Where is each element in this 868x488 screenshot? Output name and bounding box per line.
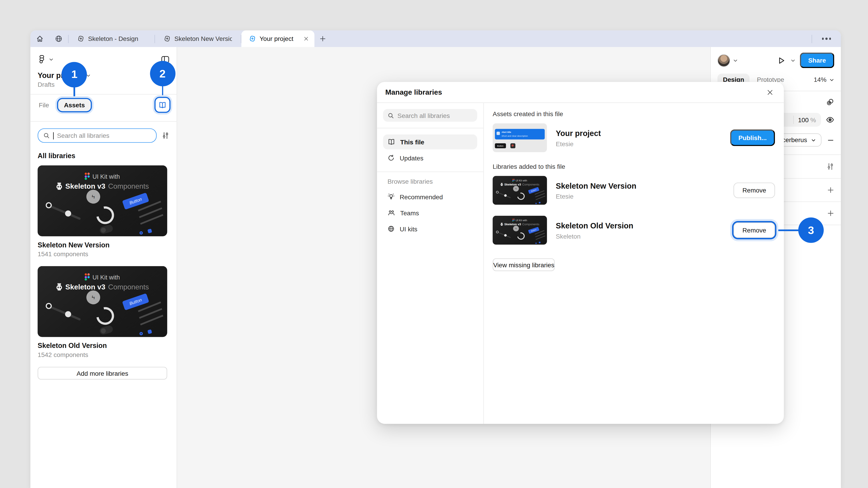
lightbulb-icon [388, 193, 395, 200]
divider [31, 121, 177, 122]
plus-icon[interactable] [827, 210, 834, 217]
skull-icon [56, 183, 62, 190]
nav-label: This file [400, 138, 424, 145]
home-icon [36, 35, 43, 42]
callout-1-badge: 1 [62, 62, 87, 87]
figma-window: Skeleton - Design Skeleton New Version Y… [31, 31, 841, 488]
plus-icon [319, 35, 326, 42]
screen: Skeleton - Design Skeleton New Version Y… [0, 0, 868, 488]
thumb-toggle [99, 224, 114, 234]
library-row-skeleton-new: UI Kit with Skeleton v3Components ϟ Butt… [493, 176, 775, 205]
publish-button[interactable]: Publish... [730, 129, 775, 146]
close-tab-icon[interactable] [303, 36, 309, 41]
share-button[interactable]: Share [800, 53, 834, 68]
search-icon [388, 112, 394, 119]
remove-label: Remove [743, 227, 766, 233]
nav-label: Updates [400, 155, 423, 161]
library-name: Skeleton Old Version [556, 221, 633, 230]
home-button[interactable] [31, 31, 49, 47]
callout-2-badge: 2 [150, 61, 175, 86]
project-location: Drafts [38, 81, 169, 88]
callout-3-badge: 3 [798, 217, 824, 243]
search-icon [43, 132, 50, 139]
figma-file-icon [78, 35, 84, 42]
theme-value: cerberus [782, 137, 807, 143]
browse-libraries-label: Browse libraries [383, 178, 477, 185]
sidebar-tabs-row: File Assets 1 2 [38, 95, 169, 115]
sidebar-header [38, 53, 169, 66]
tab-assets[interactable]: Assets 1 [58, 99, 91, 111]
assets-created-heading: Assets created in this file [493, 111, 775, 117]
nav-ui-kits[interactable]: UI kits [383, 221, 477, 236]
library-card-skeleton-new[interactable]: UI Kit with Skeleton v3Components ϟ Butt… [38, 165, 169, 257]
nav-recommended[interactable]: Recommended [383, 189, 477, 204]
modal-search-input[interactable]: Search all libraries [383, 109, 477, 122]
library-thumbnail: UI Kit with Skeleton v3Components ϟ Butt… [493, 176, 547, 205]
zoom-level-control[interactable]: 14% [814, 76, 834, 83]
modal-title: Manage libraries [385, 88, 442, 96]
add-more-libraries-button[interactable]: Add more libraries [38, 367, 167, 380]
globe-icon [55, 35, 62, 42]
library-component-count: 1542 components [38, 351, 169, 358]
zoom-level: 14% [814, 76, 827, 83]
remove-button-skeleton-old[interactable]: Remove 3 [734, 222, 775, 238]
libraries-button[interactable]: 2 [156, 98, 169, 111]
view-missing-libraries-button[interactable]: View missing libraries [493, 258, 555, 271]
tab-your-project[interactable]: Your project [241, 31, 314, 47]
present-play-icon[interactable] [777, 56, 785, 65]
people-icon [388, 209, 395, 217]
project-team: Etesie [556, 140, 601, 147]
theme-styles-icon[interactable] [826, 98, 834, 106]
community-button[interactable] [49, 31, 68, 47]
figma-logo-icon[interactable] [38, 55, 46, 64]
tab-file[interactable]: File [38, 99, 50, 111]
filter-sliders-icon[interactable] [162, 132, 169, 139]
search-placeholder: Search all libraries [57, 132, 110, 139]
modal-body: Search all libraries This file [377, 103, 784, 424]
variables-sliders-icon [827, 163, 834, 170]
close-icon[interactable] [765, 87, 776, 98]
opacity-value: 100 [798, 117, 809, 123]
nav-teams[interactable]: Teams [383, 205, 477, 220]
chevron-down-icon [829, 77, 834, 82]
canvas[interactable]: Manage libraries Search al [177, 47, 710, 488]
more-options-button[interactable] [812, 31, 841, 47]
search-input[interactable]: Search all libraries [38, 128, 157, 143]
nav-this-file[interactable]: This file [383, 134, 477, 149]
eye-visibility-icon[interactable] [826, 116, 834, 123]
plus-icon[interactable] [827, 186, 834, 194]
remove-button-skeleton-new[interactable]: Remove [734, 183, 775, 198]
project-name: Your project [556, 129, 601, 137]
new-tab-button[interactable] [314, 31, 331, 47]
chevron-down-icon[interactable] [733, 58, 738, 63]
figma-color-logo-icon [85, 273, 90, 281]
your-project-row: Alert title Short and clear description … [493, 123, 775, 152]
tab-skeleton-design[interactable]: Skeleton - Design [69, 31, 155, 47]
right-panel-header: Share [711, 47, 841, 72]
callout-3-stem [778, 230, 799, 231]
tab-skeleton-new-version[interactable]: Skeleton New Version [155, 31, 241, 47]
library-title: Skeleton New Version [38, 241, 169, 249]
nav-label: Teams [400, 209, 419, 216]
libraries-added-heading: Libraries added to this file [493, 163, 775, 170]
minus-icon[interactable] [827, 136, 834, 144]
chevron-down-icon[interactable] [49, 57, 54, 62]
library-team: Skeleton [556, 233, 633, 239]
tab-assets-label: Assets [64, 101, 85, 108]
divider [377, 128, 483, 128]
nav-updates[interactable]: Updates [383, 151, 477, 165]
book-open-icon [388, 138, 395, 145]
figma-file-icon [249, 35, 256, 42]
book-open-icon [158, 101, 166, 109]
ellipsis-icon [822, 38, 831, 40]
library-card-skeleton-old[interactable]: UI Kit with Skeleton v3Components ϟ Butt… [38, 266, 169, 358]
callout-2-stem [162, 86, 163, 95]
library-component-count: 1541 components [38, 251, 169, 257]
manage-libraries-modal: Manage libraries Search al [377, 82, 784, 424]
sidebar-search-row: Search all libraries [38, 128, 169, 143]
project-thumbnail: Alert title Short and clear description … [493, 123, 547, 152]
modal-main: Assets created in this file Alert title … [484, 103, 784, 424]
chevron-down-icon[interactable] [790, 58, 796, 63]
avatar[interactable] [717, 54, 730, 67]
modal-search-placeholder: Search all libraries [397, 112, 450, 119]
